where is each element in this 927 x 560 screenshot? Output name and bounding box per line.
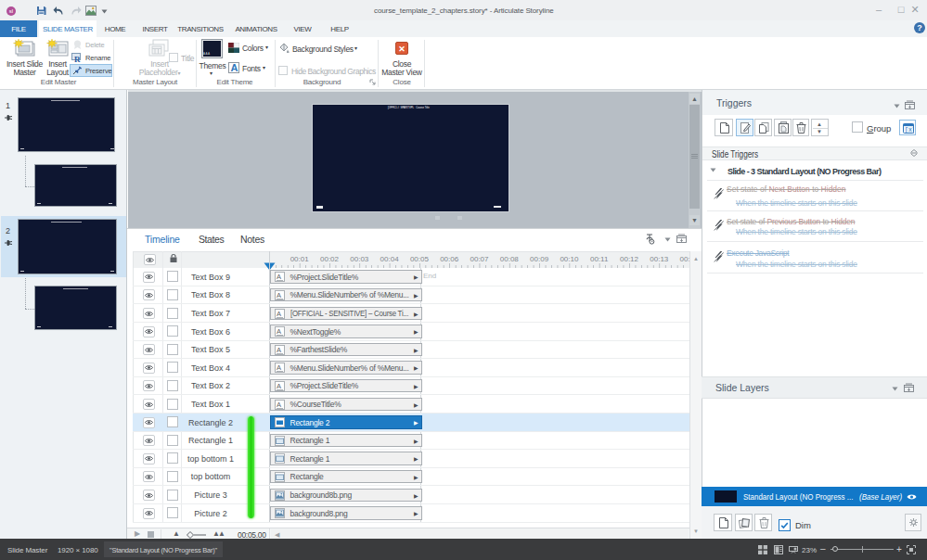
svg-text:A: A	[277, 291, 281, 299]
svg-text:A: A	[277, 346, 281, 354]
svg-text:A: A	[277, 363, 281, 372]
svg-text:A: A	[277, 273, 281, 281]
svg-text:A: A	[277, 401, 281, 409]
svg-text:A: A	[277, 310, 281, 318]
svg-text:A: A	[277, 327, 281, 336]
svg-text:A: A	[277, 382, 281, 390]
svg-text:[x]: [x]	[905, 127, 914, 134]
svg-text:R: R	[74, 55, 81, 63]
svg-text:A: A	[231, 62, 238, 73]
